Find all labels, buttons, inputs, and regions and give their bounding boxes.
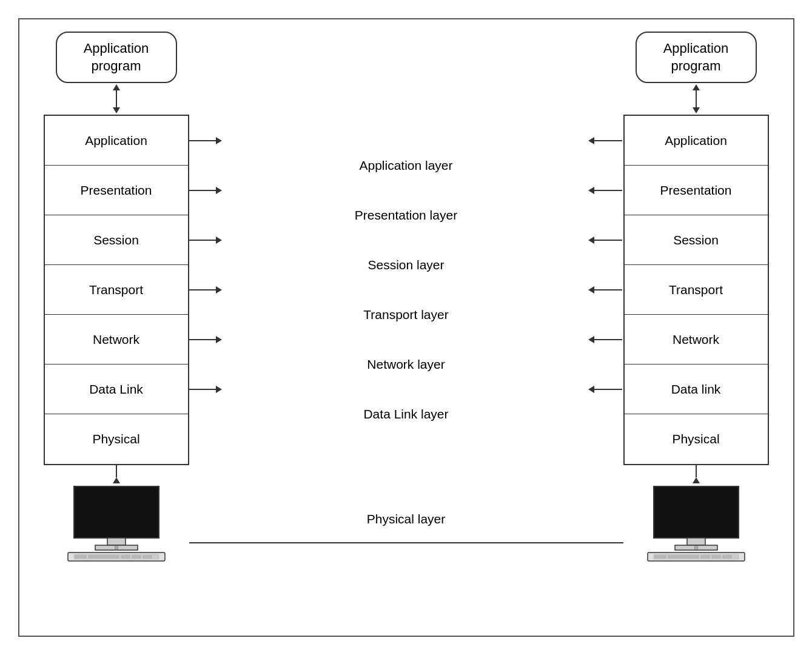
label-application-text: Application layer bbox=[359, 158, 452, 173]
arrow-line bbox=[188, 389, 216, 390]
arrow-head bbox=[216, 187, 222, 194]
svg-rect-20 bbox=[701, 556, 710, 558]
label-application: Application layer bbox=[297, 141, 515, 190]
left-stack-section: Application program Application Pres bbox=[44, 32, 189, 562]
right-layer-session-label: Session bbox=[673, 233, 719, 247]
left-layer-transport-label: Transport bbox=[89, 283, 143, 297]
label-transport: Transport layer bbox=[297, 290, 515, 340]
label-session-text: Session layer bbox=[367, 258, 444, 272]
left-layer-application-label: Application bbox=[85, 133, 147, 148]
right-osi-stack: Application Presentation Session bbox=[623, 115, 769, 465]
left-layer-network-label: Network bbox=[93, 332, 139, 347]
left-arrow-datalink bbox=[188, 386, 224, 393]
right-layer-presentation-label: Presentation bbox=[660, 183, 732, 198]
right-arrow-application bbox=[588, 137, 625, 144]
label-physical: Physical layer bbox=[367, 500, 446, 526]
arrow-line bbox=[188, 339, 216, 340]
right-arrow-datalink bbox=[588, 386, 625, 393]
right-bubble-connector bbox=[693, 83, 700, 115]
label-presentation-text: Presentation layer bbox=[355, 208, 457, 223]
right-layer-physical-label: Physical bbox=[672, 432, 719, 446]
svg-rect-10 bbox=[143, 556, 152, 558]
svg-rect-14 bbox=[687, 538, 705, 545]
left-bubble-text: Application program bbox=[84, 41, 149, 73]
right-app-bubble: Application program bbox=[636, 32, 757, 83]
middle-labels: Application layer Presentation layer Ses… bbox=[297, 32, 515, 526]
right-bubble-text: Application program bbox=[663, 41, 729, 73]
svg-rect-18 bbox=[655, 556, 666, 558]
right-conn-line-top bbox=[696, 90, 697, 107]
arrow-head bbox=[588, 336, 594, 343]
svg-rect-8 bbox=[121, 556, 130, 558]
svg-rect-13 bbox=[656, 489, 736, 536]
left-app-bubble: Application program bbox=[56, 32, 177, 83]
arrow-line bbox=[188, 190, 216, 191]
arrow-head bbox=[588, 386, 594, 393]
svg-point-23 bbox=[694, 546, 698, 549]
vert-head bbox=[113, 477, 120, 483]
svg-rect-6 bbox=[75, 556, 86, 558]
left-arrow-session bbox=[188, 237, 224, 244]
label-presentation: Presentation layer bbox=[297, 190, 515, 240]
svg-rect-7 bbox=[89, 556, 119, 558]
arrow-head bbox=[216, 336, 222, 343]
arrow-head bbox=[588, 237, 594, 244]
label-network: Network layer bbox=[297, 340, 515, 389]
arrow-line bbox=[594, 140, 622, 141]
svg-rect-19 bbox=[668, 556, 699, 558]
left-arrow-transport bbox=[188, 286, 224, 294]
right-layer-session: Session bbox=[625, 215, 768, 265]
arrow-line bbox=[188, 240, 216, 241]
label-session: Session layer bbox=[297, 240, 515, 290]
left-arrow-down bbox=[113, 107, 120, 113]
arrow-line bbox=[188, 140, 216, 141]
arrow-head bbox=[216, 286, 222, 294]
right-arrow-transport bbox=[588, 286, 625, 294]
arrow-head bbox=[216, 137, 222, 144]
left-layer-datalink-label: Data Link bbox=[89, 382, 143, 397]
right-arrow-network bbox=[588, 336, 625, 343]
vert-line bbox=[116, 465, 117, 477]
right-layer-transport-label: Transport bbox=[669, 283, 723, 297]
left-arrow-network bbox=[188, 336, 224, 343]
left-computer bbox=[44, 465, 189, 562]
arrow-line bbox=[188, 289, 216, 291]
physical-bottom-line bbox=[189, 542, 623, 543]
right-layer-network: Network bbox=[625, 315, 768, 364]
arrow-line bbox=[594, 190, 622, 191]
svg-rect-22 bbox=[723, 556, 731, 558]
label-transport-text: Transport layer bbox=[363, 307, 448, 322]
svg-rect-2 bbox=[107, 538, 126, 545]
right-layer-datalink: Data link bbox=[625, 364, 768, 414]
arrow-head bbox=[588, 137, 594, 144]
arrow-head bbox=[216, 386, 222, 393]
left-layer-presentation-label: Presentation bbox=[81, 183, 152, 198]
right-computer bbox=[623, 465, 769, 562]
right-layer-physical: Physical bbox=[625, 414, 768, 464]
left-vert-arrow bbox=[113, 465, 120, 483]
left-arrow-application bbox=[188, 137, 224, 144]
right-layer-network-label: Network bbox=[673, 332, 719, 347]
label-datalink: Data Link layer bbox=[297, 389, 515, 439]
left-layer-transport: Transport bbox=[45, 265, 188, 315]
right-layer-datalink-label: Data link bbox=[671, 382, 721, 397]
label-datalink-text: Data Link layer bbox=[363, 407, 448, 422]
arrow-head bbox=[588, 187, 594, 194]
right-layer-application: Application bbox=[625, 116, 768, 166]
left-layer-datalink: Data Link bbox=[45, 364, 188, 414]
arrow-line bbox=[594, 240, 622, 241]
left-arrow-presentation bbox=[188, 187, 224, 194]
vert-head bbox=[693, 477, 700, 483]
right-layer-application-label: Application bbox=[665, 133, 727, 148]
svg-point-11 bbox=[115, 546, 118, 549]
right-arrow-presentation bbox=[588, 187, 625, 194]
vert-line bbox=[696, 465, 697, 477]
arrow-head bbox=[216, 237, 222, 244]
left-osi-stack: Application Presentation Session bbox=[44, 115, 189, 465]
left-layer-network: Network bbox=[45, 315, 188, 364]
right-vert-arrow bbox=[693, 465, 700, 483]
label-physical-text: Physical layer bbox=[367, 512, 446, 526]
right-arrow-down bbox=[693, 107, 700, 113]
right-arrow-up bbox=[693, 84, 700, 90]
right-stack-section: Application program Application bbox=[623, 32, 769, 562]
